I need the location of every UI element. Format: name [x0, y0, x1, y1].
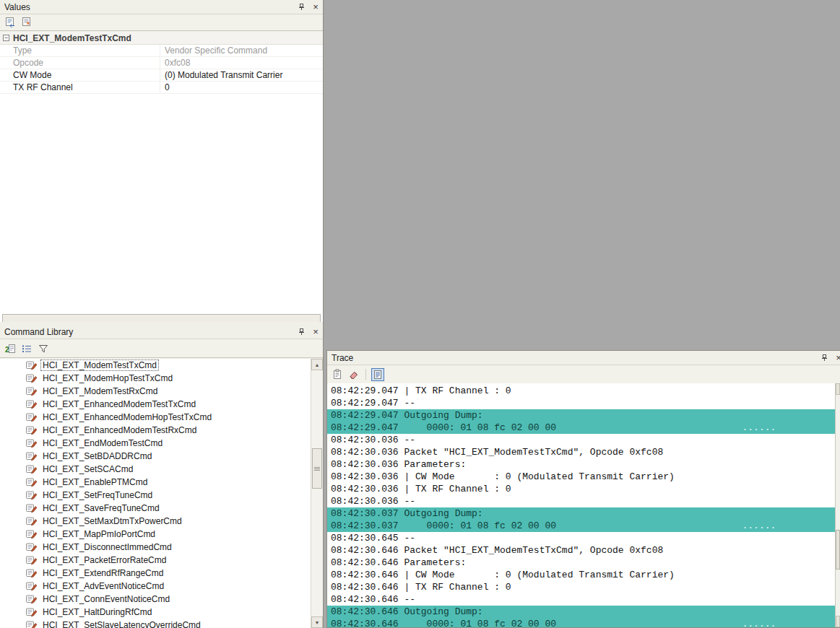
trace-line[interactable]: 08:42:29.047 Outgoing Dump: [327, 409, 840, 422]
trace-line[interactable]: 08:42:30.646 | CW Mode : 0 (Modulated Tr… [327, 569, 840, 581]
command-list-item[interactable]: HCI_EXT_EnhancedModemTestRxCmd [0, 424, 323, 437]
scroll-thumb[interactable] [312, 448, 322, 489]
scroll-down-button[interactable] [836, 616, 840, 627]
command-icon [26, 568, 38, 578]
command-list-item[interactable]: HCI_EXT_ModemTestTxCmd [0, 359, 323, 372]
command-list-item[interactable]: HCI_EXT_DisconnectImmedCmd [0, 541, 323, 554]
filter-icon[interactable] [37, 342, 50, 355]
apply-values-icon[interactable] [4, 16, 17, 29]
trace-line[interactable]: 08:42:29.047 0000: 01 08 fc 02 00 00 ...… [327, 422, 840, 434]
trace-ascii-column: ...... [556, 422, 776, 433]
command-label: HCI_EXT_EnhancedModemHopTestTxCmd [41, 412, 213, 422]
command-list-item[interactable]: HCI_EXT_PacketErrorRateCmd [0, 554, 323, 567]
command-list-item[interactable]: HCI_EXT_SetFreqTuneCmd [0, 489, 323, 502]
close-icon[interactable]: × [833, 352, 840, 363]
property-value[interactable]: 0 [160, 82, 323, 93]
pin-icon[interactable] [295, 326, 307, 337]
command-label: HCI_EXT_SetSCACmd [41, 464, 134, 474]
svg-text:2: 2 [5, 346, 9, 354]
command-label: HCI_EXT_HaltDuringRfCmd [41, 607, 153, 617]
property-value[interactable]: Vendor Specific Command [160, 45, 323, 56]
numbered-view-icon: 2 [4, 343, 16, 354]
property-row: CW Mode (0) Modulated Transmit Carrier [0, 69, 323, 82]
command-list-item[interactable]: HCI_EXT_SaveFreqTuneCmd [0, 502, 323, 515]
trace-line-text: 08:42:30.036 | CW Mode : 0 (Modulated Tr… [331, 471, 675, 482]
trace-line[interactable]: 08:42:30.645 -- [327, 532, 840, 544]
command-list-item[interactable]: HCI_EXT_ConnEventNoticeCmd [0, 593, 323, 606]
numbered-view-icon[interactable]: 2 [4, 342, 17, 355]
trace-line[interactable]: 08:42:30.036 -- [327, 434, 840, 446]
trace-line[interactable]: 08:42:30.037 0000: 01 08 fc 02 00 00 ...… [327, 520, 840, 532]
property-name: Opcode [0, 57, 160, 69]
command-list-item[interactable]: HCI_EXT_EnhancedModemTestTxCmd [0, 398, 323, 411]
trace-vertical-scrollbar[interactable] [835, 383, 840, 627]
clipboard-icon[interactable] [331, 368, 344, 381]
trace-line[interactable]: 08:42:30.036 Packet "HCI_EXT_ModemTestTx… [327, 446, 840, 458]
pin-icon[interactable] [295, 1, 307, 12]
trace-line[interactable]: 08:42:30.036 -- [327, 495, 840, 507]
command-list-item[interactable]: HCI_EXT_ExtendRfRangeCmd [0, 567, 323, 580]
command-list[interactable]: HCI_EXT_ModemTestTxCmd HCI_EXT_ModemHopT… [0, 359, 323, 628]
trace-line[interactable]: 08:42:30.036 Parameters: [327, 458, 840, 471]
close-icon[interactable]: × [310, 326, 321, 337]
property-value[interactable]: 0xfc08 [160, 57, 323, 69]
pin-icon[interactable] [818, 352, 830, 363]
trace-line-text: 08:42:30.646 -- [331, 594, 415, 605]
command-icon [26, 516, 38, 526]
command-list-item[interactable]: HCI_EXT_ModemTestRxCmd [0, 385, 323, 398]
trace-line[interactable]: 08:42:29.047 -- [327, 397, 840, 409]
command-list-item[interactable]: HCI_EXT_SetMaxDtmTxPowerCmd [0, 515, 323, 528]
command-list-item[interactable]: HCI_EXT_AdvEventNoticeCmd [0, 580, 323, 593]
vertical-scrollbar[interactable]: ▲ ▼ [311, 359, 323, 628]
scroll-down-button[interactable]: ▼ [311, 616, 323, 628]
command-icon [26, 503, 38, 513]
group-title: HCI_EXT_ModemTestTxCmd [13, 33, 131, 43]
trace-line[interactable]: 08:42:30.646 Parameters: [327, 557, 840, 569]
scroll-up-button[interactable] [836, 383, 840, 395]
scroll-up-button[interactable]: ▲ [311, 359, 323, 370]
command-list-item[interactable]: HCI_EXT_SetSCACmd [0, 463, 323, 476]
command-icon [26, 412, 38, 422]
trace-log[interactable]: 08:42:29.047 | TX RF Channel : 008:42:29… [327, 383, 840, 627]
trace-panel-title: Trace [332, 353, 815, 363]
property-value[interactable]: (0) Modulated Transmit Carrier [160, 69, 323, 81]
trace-titlebar[interactable]: Trace × [327, 351, 840, 365]
command-list-item[interactable]: HCI_EXT_EndModemTestCmd [0, 437, 323, 450]
trace-line-text: 08:42:30.036 -- [331, 496, 415, 507]
command-library-titlebar[interactable]: Command Library × [0, 325, 323, 339]
scroll-thumb[interactable] [836, 530, 840, 570]
command-list-item[interactable]: HCI_EXT_HaltDuringRfCmd [0, 606, 323, 619]
trace-line[interactable]: 08:42:30.646 -- [327, 593, 840, 606]
trace-panel: Trace × 08: [326, 350, 840, 628]
command-icon [26, 438, 38, 448]
command-list-item[interactable]: HCI_EXT_EnhancedModemHopTestTxCmd [0, 411, 323, 424]
command-list-item[interactable]: HCI_EXT_SetSlaveLatencyOverrideCmd [0, 619, 323, 628]
filter-icon [38, 343, 49, 354]
description-box [2, 314, 321, 322]
trace-line[interactable]: 08:42:30.037 Outgoing Dump: [327, 507, 840, 520]
trace-line-text: 08:42:30.036 Packet "HCI_EXT_ModemTestTx… [331, 447, 663, 458]
command-list-item[interactable]: HCI_EXT_SetBDADDRCmd [0, 450, 323, 463]
values-titlebar[interactable]: Values × [0, 0, 323, 14]
property-group-header[interactable]: − HCI_EXT_ModemTestTxCmd [0, 32, 323, 45]
trace-line-text: 08:42:30.645 -- [331, 533, 415, 544]
command-label: HCI_EXT_ModemTestTxCmd [41, 360, 158, 370]
hex-dump-toggle-icon[interactable] [371, 368, 384, 381]
trace-line[interactable]: 08:42:30.036 | CW Mode : 0 (Modulated Tr… [327, 471, 840, 483]
command-label: HCI_EXT_EnhancedModemTestTxCmd [41, 399, 197, 409]
trace-line[interactable]: 08:42:30.646 0000: 01 08 fc 02 00 00 ...… [327, 618, 840, 627]
trace-line[interactable]: 08:42:29.047 | TX RF Channel : 0 [327, 385, 840, 397]
close-icon[interactable]: × [310, 1, 321, 12]
trace-line[interactable]: 08:42:30.036 | TX RF Channel : 0 [327, 483, 840, 495]
details-list-icon[interactable] [20, 342, 33, 355]
command-list-item[interactable]: HCI_EXT_MapPmIoPortCmd [0, 528, 323, 541]
command-list-item[interactable]: HCI_EXT_EnablePTMCmd [0, 476, 323, 489]
trace-line[interactable]: 08:42:30.646 Packet "HCI_EXT_ModemTestTx… [327, 544, 840, 557]
collapse-expander-icon[interactable]: − [3, 35, 9, 41]
command-list-item[interactable]: HCI_EXT_ModemHopTestTxCmd [0, 372, 323, 385]
clear-trace-icon[interactable] [347, 368, 360, 381]
default-values-icon[interactable]: * [20, 16, 33, 29]
trace-line[interactable]: 08:42:30.646 | TX RF Channel : 0 [327, 581, 840, 593]
property-row: Type Vendor Specific Command [0, 45, 323, 57]
trace-line[interactable]: 08:42:30.646 Outgoing Dump: [327, 606, 840, 618]
